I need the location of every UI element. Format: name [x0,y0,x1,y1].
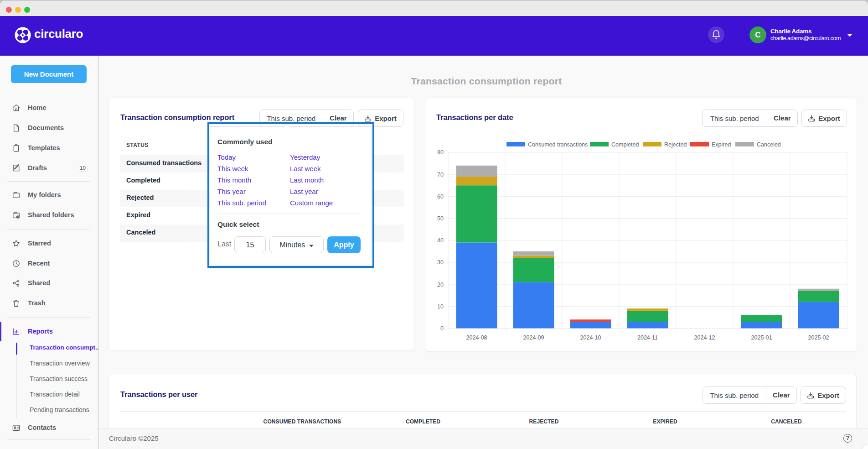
svg-text:2024-12: 2024-12 [694,334,715,341]
svg-text:2025-01: 2025-01 [751,334,772,341]
svg-text:2024-10: 2024-10 [580,334,601,341]
svg-text:60: 60 [437,193,444,200]
svg-text:2025-02: 2025-02 [808,334,829,341]
svg-text:50: 50 [437,215,444,222]
svg-text:Expired: Expired [712,141,731,148]
svg-text:2024-08: 2024-08 [466,334,487,341]
svg-text:0: 0 [440,325,444,332]
svg-text:Rejected: Rejected [664,141,687,148]
svg-text:Completed: Completed [611,141,639,148]
svg-text:70: 70 [437,172,444,178]
svg-text:Consumed transactions: Consumed transactions [528,141,588,148]
svg-text:80: 80 [437,149,444,156]
svg-text:Canceled: Canceled [757,141,781,148]
svg-text:2024-11: 2024-11 [637,334,658,341]
svg-text:30: 30 [437,259,444,266]
svg-text:10: 10 [437,303,444,310]
svg-text:40: 40 [437,237,444,244]
svg-text:2024-09: 2024-09 [523,334,544,341]
svg-text:20: 20 [437,282,444,288]
